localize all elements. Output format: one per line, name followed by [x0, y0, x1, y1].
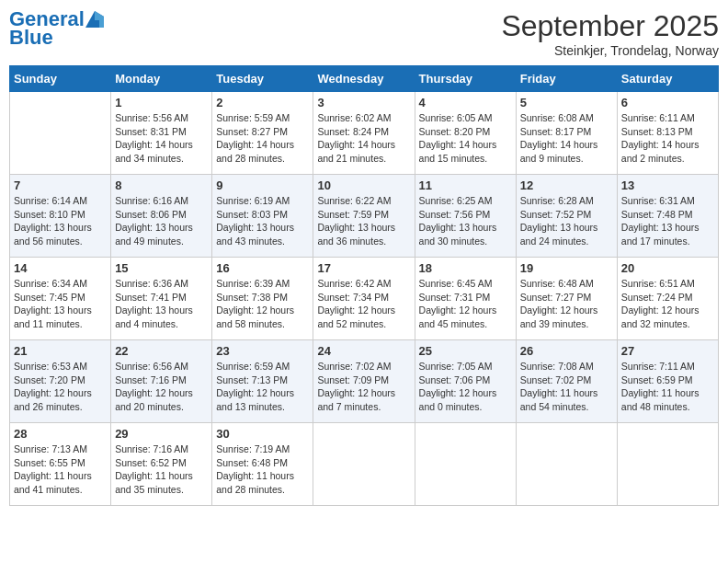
list-item: 13Sunrise: 6:31 AMSunset: 7:48 PMDayligh… [617, 175, 718, 258]
day-info: Sunrise: 7:11 AMSunset: 6:59 PMDaylight:… [621, 360, 714, 414]
day-info: Sunrise: 6:39 AMSunset: 7:38 PMDaylight:… [216, 277, 309, 331]
month-title: September 2025 [501, 9, 719, 43]
list-item: 9Sunrise: 6:19 AMSunset: 8:03 PMDaylight… [212, 175, 313, 258]
day-info: Sunrise: 6:31 AMSunset: 7:48 PMDaylight:… [621, 194, 714, 248]
day-info: Sunrise: 6:16 AMSunset: 8:06 PMDaylight:… [115, 194, 208, 248]
day-info: Sunrise: 6:59 AMSunset: 7:13 PMDaylight:… [216, 360, 309, 414]
day-number: 27 [621, 344, 714, 358]
list-item: 29Sunrise: 7:16 AMSunset: 6:52 PMDayligh… [111, 423, 212, 506]
logo-icon [85, 11, 104, 28]
day-info: Sunrise: 6:51 AMSunset: 7:24 PMDaylight:… [621, 277, 714, 331]
day-number: 7 [14, 178, 107, 192]
day-info: Sunrise: 7:05 AMSunset: 7:06 PMDaylight:… [419, 360, 512, 414]
col-friday: Friday [516, 66, 617, 92]
day-number: 3 [317, 96, 410, 109]
day-info: Sunrise: 6:08 AMSunset: 8:17 PMDaylight:… [520, 111, 613, 166]
day-info: Sunrise: 7:08 AMSunset: 7:02 PMDaylight:… [520, 360, 613, 414]
list-item: 8Sunrise: 6:16 AMSunset: 8:06 PMDaylight… [111, 175, 212, 258]
day-info: Sunrise: 7:13 AMSunset: 6:55 PMDaylight:… [14, 442, 107, 497]
day-number: 20 [621, 261, 714, 275]
day-info: Sunrise: 6:22 AMSunset: 7:59 PMDaylight:… [317, 194, 410, 248]
list-item: 23Sunrise: 6:59 AMSunset: 7:13 PMDayligh… [212, 340, 313, 423]
day-number: 2 [216, 96, 309, 109]
list-item: 3Sunrise: 6:02 AMSunset: 8:24 PMDaylight… [313, 92, 415, 175]
table-row: 28Sunrise: 7:13 AMSunset: 6:55 PMDayligh… [10, 423, 719, 506]
calendar-table: Sunday Monday Tuesday Wednesday Thursday… [9, 65, 719, 506]
day-info: Sunrise: 6:42 AMSunset: 7:34 PMDaylight:… [317, 277, 410, 331]
page-header: General Blue September 2025 Steinkjer, T… [9, 9, 719, 58]
day-info: Sunrise: 6:02 AMSunset: 8:24 PMDaylight:… [317, 111, 410, 166]
list-item: 7Sunrise: 6:14 AMSunset: 8:10 PMDaylight… [10, 175, 111, 258]
day-info: Sunrise: 6:45 AMSunset: 7:31 PMDaylight:… [419, 277, 512, 331]
list-item: 21Sunrise: 6:53 AMSunset: 7:20 PMDayligh… [10, 340, 111, 423]
day-number: 14 [14, 261, 107, 275]
list-item [617, 423, 718, 506]
col-thursday: Thursday [415, 66, 516, 92]
day-number: 5 [520, 96, 613, 109]
title-block: September 2025 Steinkjer, Trondelag, Nor… [501, 9, 719, 58]
day-info: Sunrise: 6:48 AMSunset: 7:27 PMDaylight:… [520, 277, 613, 331]
list-item: 5Sunrise: 6:08 AMSunset: 8:17 PMDaylight… [516, 92, 617, 175]
list-item: 15Sunrise: 6:36 AMSunset: 7:41 PMDayligh… [111, 258, 212, 340]
list-item: 28Sunrise: 7:13 AMSunset: 6:55 PMDayligh… [10, 423, 111, 506]
table-row: 21Sunrise: 6:53 AMSunset: 7:20 PMDayligh… [10, 340, 719, 423]
list-item [415, 423, 516, 506]
table-row: 14Sunrise: 6:34 AMSunset: 7:45 PMDayligh… [10, 258, 719, 340]
col-tuesday: Tuesday [212, 66, 313, 92]
list-item: 12Sunrise: 6:28 AMSunset: 7:52 PMDayligh… [516, 175, 617, 258]
day-info: Sunrise: 6:14 AMSunset: 8:10 PMDaylight:… [14, 194, 107, 248]
day-number: 12 [520, 178, 613, 192]
day-number: 21 [14, 344, 107, 358]
day-info: Sunrise: 6:28 AMSunset: 7:52 PMDaylight:… [520, 194, 613, 248]
list-item: 10Sunrise: 6:22 AMSunset: 7:59 PMDayligh… [313, 175, 415, 258]
list-item: 30Sunrise: 7:19 AMSunset: 6:48 PMDayligh… [212, 423, 313, 506]
list-item: 25Sunrise: 7:05 AMSunset: 7:06 PMDayligh… [415, 340, 516, 423]
day-number: 8 [115, 178, 208, 192]
day-number: 1 [115, 96, 208, 109]
day-number: 26 [520, 344, 613, 358]
day-info: Sunrise: 5:56 AMSunset: 8:31 PMDaylight:… [115, 111, 208, 166]
day-info: Sunrise: 6:19 AMSunset: 8:03 PMDaylight:… [216, 194, 309, 248]
day-number: 28 [14, 427, 107, 441]
day-info: Sunrise: 6:36 AMSunset: 7:41 PMDaylight:… [115, 277, 208, 331]
day-info: Sunrise: 6:11 AMSunset: 8:13 PMDaylight:… [621, 111, 714, 166]
day-info: Sunrise: 7:02 AMSunset: 7:09 PMDaylight:… [317, 360, 410, 414]
day-number: 6 [621, 96, 714, 109]
table-row: 1Sunrise: 5:56 AMSunset: 8:31 PMDaylight… [10, 92, 719, 175]
day-info: Sunrise: 6:05 AMSunset: 8:20 PMDaylight:… [419, 111, 512, 166]
col-sunday: Sunday [10, 66, 111, 92]
day-number: 23 [216, 344, 309, 358]
col-saturday: Saturday [617, 66, 718, 92]
list-item [313, 423, 415, 506]
day-info: Sunrise: 6:34 AMSunset: 7:45 PMDaylight:… [14, 277, 107, 331]
list-item: 17Sunrise: 6:42 AMSunset: 7:34 PMDayligh… [313, 258, 415, 340]
day-number: 4 [419, 96, 512, 109]
day-info: Sunrise: 7:19 AMSunset: 6:48 PMDaylight:… [216, 442, 309, 497]
list-item: 26Sunrise: 7:08 AMSunset: 7:02 PMDayligh… [516, 340, 617, 423]
day-number: 15 [115, 261, 208, 275]
list-item: 2Sunrise: 5:59 AMSunset: 8:27 PMDaylight… [212, 92, 313, 175]
list-item [10, 92, 111, 175]
list-item [516, 423, 617, 506]
list-item: 11Sunrise: 6:25 AMSunset: 7:56 PMDayligh… [415, 175, 516, 258]
day-number: 10 [317, 178, 410, 192]
table-row: 7Sunrise: 6:14 AMSunset: 8:10 PMDaylight… [10, 175, 719, 258]
col-wednesday: Wednesday [313, 66, 415, 92]
day-number: 24 [317, 344, 410, 358]
logo-blue: Blue [9, 28, 53, 48]
day-number: 29 [115, 427, 208, 441]
day-number: 13 [621, 178, 714, 192]
day-info: Sunrise: 6:25 AMSunset: 7:56 PMDaylight:… [419, 194, 512, 248]
day-number: 17 [317, 261, 410, 275]
list-item: 18Sunrise: 6:45 AMSunset: 7:31 PMDayligh… [415, 258, 516, 340]
list-item: 1Sunrise: 5:56 AMSunset: 8:31 PMDaylight… [111, 92, 212, 175]
day-number: 18 [419, 261, 512, 275]
day-number: 25 [419, 344, 512, 358]
day-number: 9 [216, 178, 309, 192]
col-monday: Monday [111, 66, 212, 92]
list-item: 6Sunrise: 6:11 AMSunset: 8:13 PMDaylight… [617, 92, 718, 175]
day-number: 16 [216, 261, 309, 275]
list-item: 14Sunrise: 6:34 AMSunset: 7:45 PMDayligh… [10, 258, 111, 340]
day-info: Sunrise: 5:59 AMSunset: 8:27 PMDaylight:… [216, 111, 309, 166]
day-info: Sunrise: 6:53 AMSunset: 7:20 PMDaylight:… [14, 360, 107, 414]
